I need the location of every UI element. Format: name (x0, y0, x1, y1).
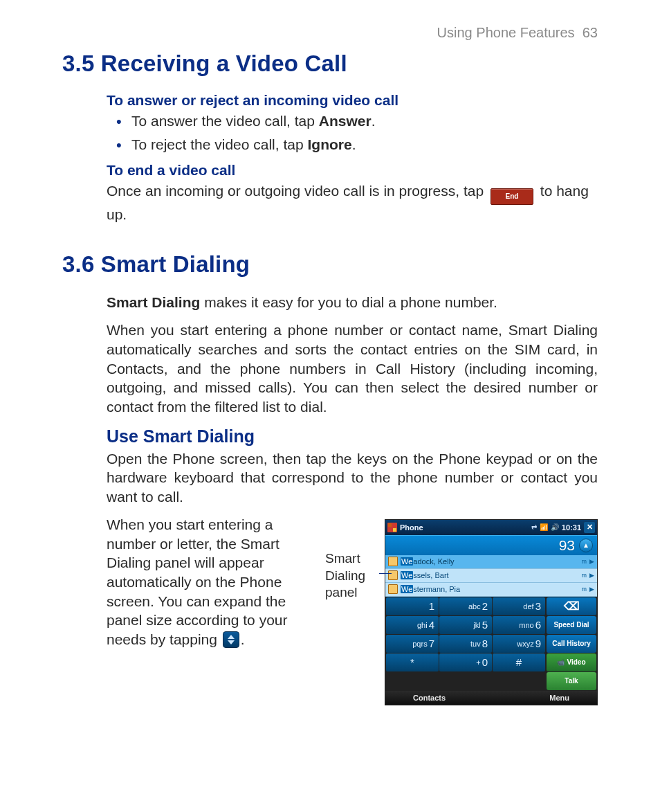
k1s: abc (468, 602, 481, 611)
video-text: Video (567, 658, 585, 666)
key-8[interactable]: tuv8 (439, 635, 492, 653)
talk-button[interactable]: Talk (547, 672, 596, 690)
rest1: ssels, Bart (413, 571, 448, 579)
contact-icon (388, 570, 398, 580)
p4-post: . (241, 631, 245, 647)
end-call-text: Once an incoming or outgoing video call … (107, 181, 598, 224)
list-item[interactable]: Wessels, Bart m▶ (385, 569, 597, 583)
k3s: ghi (417, 621, 428, 629)
smart-dialing-panel: Weadock, Kelly m▶ Wessels, Bart m▶ Weste… (385, 555, 597, 597)
phone-titlebar: Phone ⇄ 📶 🔊 10:31 ✕ (385, 520, 597, 535)
k7d: 8 (482, 638, 488, 649)
contact-icon (388, 584, 398, 594)
arrow-right-icon: ▶ (589, 558, 594, 565)
phone-title: Phone (400, 523, 423, 532)
rest0: adock, Kelly (413, 557, 454, 566)
header-section: Using Phone Features (437, 25, 575, 40)
dialed-number: 93 (559, 537, 575, 554)
speed-dial-button[interactable]: Speed Dial (547, 616, 596, 634)
callout-l2: Dialing (325, 568, 365, 583)
list-item[interactable]: Westermann, Pia m▶ (385, 583, 597, 597)
tag0: m (582, 558, 587, 565)
k10d: 0 (482, 656, 488, 668)
use-smart-dialing-p1: Open the Phone screen, then tap the keys… (107, 449, 598, 507)
network-icon: ⇄ (531, 523, 537, 531)
key-0[interactable]: +0 (439, 653, 492, 671)
p4-pre: When you start entering a number or lett… (107, 516, 288, 647)
k0d: 1 (429, 600, 434, 612)
k4s: jkl (473, 621, 480, 629)
backspace-button[interactable]: ⌫ (547, 597, 596, 615)
k11s: # (516, 656, 522, 668)
softkey-menu[interactable]: Menu (549, 694, 569, 702)
match1: We (401, 571, 413, 579)
callout-l1: Smart (325, 551, 360, 566)
sub-end-call: To end a video call (107, 162, 598, 179)
bullet-reject: To reject the video call, tap Ignore. (131, 135, 598, 154)
key-1[interactable]: 1 (386, 597, 439, 615)
expand-panel-button[interactable]: ▲ (579, 539, 593, 552)
k7s: tuv (470, 640, 481, 648)
contact-icon (388, 557, 398, 566)
volume-icon: 🔊 (551, 523, 559, 531)
bullet-reject-post: . (352, 136, 356, 152)
key-star[interactable]: * (386, 653, 439, 671)
smart-dialing-intro: Smart Dialing makes it easy for you to d… (107, 293, 598, 312)
k5d: 6 (535, 619, 541, 631)
callout-line (379, 573, 392, 574)
k3d: 4 (429, 619, 434, 631)
phone-display: 93 ▲ (385, 535, 597, 555)
key-6[interactable]: mno6 (493, 616, 545, 634)
key-9[interactable]: wxyz9 (493, 635, 545, 653)
tag1: m (582, 572, 587, 579)
phone-time: 10:31 (562, 523, 581, 532)
call-history-button[interactable]: Call History (547, 635, 596, 653)
k1d: 2 (482, 600, 488, 612)
video-call-button[interactable]: 📹Video (547, 653, 596, 671)
arrow-right-icon: ▶ (589, 586, 594, 593)
softkey-contacts[interactable]: Contacts (413, 694, 446, 702)
key-3[interactable]: def3 (493, 597, 545, 615)
page-header: Using Phone Features 63 (62, 25, 598, 41)
key-7[interactable]: pqrs7 (386, 635, 439, 653)
header-page: 63 (583, 25, 598, 40)
signal-icon: 📶 (540, 523, 548, 531)
callout-l3: panel (325, 585, 358, 599)
callout-label: Smart Dialing panel (325, 519, 379, 602)
phone-screenshot: Phone ⇄ 📶 🔊 10:31 ✕ 93 ▲ (385, 519, 598, 705)
section-3-5-title: 3.5 Receiving a Video Call (62, 51, 598, 77)
k8d: 9 (535, 638, 541, 649)
k10s: + (476, 658, 480, 667)
k5s: mno (519, 621, 533, 629)
k2d: 3 (535, 600, 541, 612)
key-2[interactable]: abc2 (439, 597, 492, 615)
arrow-right-icon: ▶ (589, 572, 594, 579)
rest2: stermann, Pia (413, 585, 460, 593)
section-3-6-title: 3.6 Smart Dialing (62, 251, 598, 278)
key-4[interactable]: ghi4 (386, 616, 439, 634)
bullet-answer-pre: To answer the video call, tap (131, 113, 319, 129)
end-call-pre: Once an incoming or outgoing video call … (107, 183, 488, 199)
start-flag-icon[interactable] (387, 523, 397, 532)
match0: We (401, 557, 413, 566)
k6s: pqrs (412, 640, 427, 648)
key-hash[interactable]: # (493, 653, 545, 671)
smart-dialing-desc: When you start entering a phone number o… (107, 321, 598, 417)
sub-use-smart-dialing: Use Smart Dialing (107, 426, 598, 446)
bullet-reject-pre: To reject the video call, tap (131, 136, 307, 152)
close-icon[interactable]: ✕ (584, 522, 595, 533)
match2: We (401, 585, 413, 593)
k2s: def (523, 602, 533, 611)
bullet-answer: To answer the video call, tap Answer. (131, 111, 598, 131)
smart-dialing-bold: Smart Dialing (107, 294, 200, 310)
sub-answer-reject: To answer or reject an incoming video ca… (107, 92, 598, 109)
video-icon: 📹 (557, 659, 565, 666)
bullet-answer-post: . (372, 113, 376, 129)
key-5[interactable]: jkl5 (439, 616, 492, 634)
k6d: 7 (429, 638, 434, 649)
k4d: 5 (482, 619, 488, 631)
list-item[interactable]: Weadock, Kelly m▶ (385, 555, 597, 569)
phone-bottom-bar: Contacts Menu (385, 691, 597, 705)
expand-icon (223, 631, 239, 648)
phone-keypad: 1 abc2 def3 ghi4 jkl5 mno6 pqrs7 tuv8 wx… (385, 597, 546, 691)
